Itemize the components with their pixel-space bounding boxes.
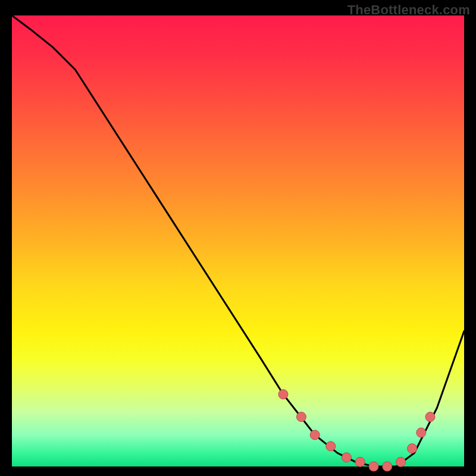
marker-point bbox=[369, 462, 378, 471]
curve-svg bbox=[12, 15, 464, 466]
marker-group bbox=[278, 390, 435, 471]
marker-point bbox=[310, 430, 320, 440]
curve-line bbox=[12, 15, 464, 466]
marker-point bbox=[326, 441, 336, 451]
marker-point bbox=[278, 390, 288, 399]
marker-point bbox=[425, 412, 435, 422]
marker-point bbox=[396, 457, 406, 466]
marker-point bbox=[383, 462, 392, 471]
marker-point bbox=[408, 444, 417, 453]
marker-point bbox=[355, 457, 365, 466]
plot-area bbox=[12, 15, 464, 466]
marker-point bbox=[416, 428, 426, 437]
chart-frame: TheBottleneck.com bbox=[0, 0, 476, 476]
marker-point bbox=[296, 412, 306, 422]
marker-point bbox=[342, 453, 351, 462]
